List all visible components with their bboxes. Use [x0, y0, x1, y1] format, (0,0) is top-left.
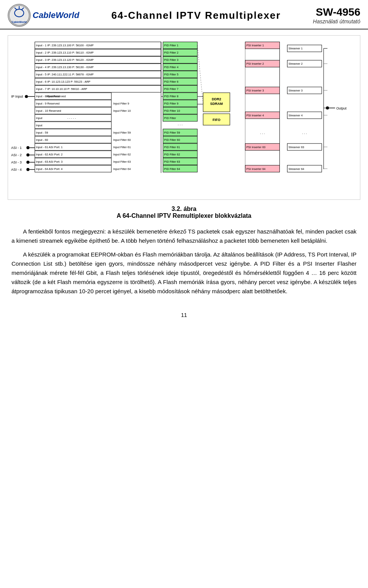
svg-text:Input Reserved: Input Reserved	[46, 95, 66, 98]
svg-text:PID Filter 64: PID Filter 64	[164, 167, 180, 171]
svg-text:PID Filter 3: PID Filter 3	[164, 58, 178, 62]
svg-text:SDRAM: SDRAM	[210, 102, 223, 106]
svg-text:Input Filter 60: Input Filter 60	[113, 138, 131, 142]
logo-area: CableWorld CableWorld	[8, 4, 79, 27]
svg-text:DDR2: DDR2	[212, 97, 221, 101]
svg-text:Streamer 3: Streamer 3	[288, 89, 302, 92]
svg-text:Input - 1   IP: 239.123.13.100: Input - 1 IP: 239.123.13.100 P: 58100 - …	[36, 44, 94, 47]
svg-text:Streamer 63: Streamer 63	[288, 145, 304, 149]
svg-text:PID Filter 2: PID Filter 2	[164, 51, 178, 54]
page-number: 11	[0, 304, 368, 326]
svg-text:Input: Input	[36, 116, 43, 120]
svg-text:ASI - 3: ASI - 3	[11, 160, 21, 164]
svg-text:PSI Inserter 4: PSI Inserter 4	[246, 114, 264, 117]
body-paragraph: A készülék a programokat EEPROM-okban és…	[12, 250, 356, 296]
block-diagram: IP Input Input - 1 IP: 239.123.13.100 P:…	[8, 35, 360, 200]
svg-text:Input Filter 62: Input Filter 62	[113, 153, 131, 156]
svg-text:Input - 7   IP: 10.10.10.10   : Input - 7 IP: 10.10.10.10 P: 59010 - ARP	[36, 87, 87, 91]
asi2-node	[26, 154, 30, 157]
svg-text:PID Filter 7: PID Filter 7	[164, 87, 178, 91]
svg-text:CableWorld: CableWorld	[12, 21, 27, 23]
svg-text:Input - 6   IP: 10.123.13.123 : Input - 6 IP: 10.123.13.123 P: 59123 - A…	[36, 80, 90, 83]
svg-text:PID Filter 1: PID Filter 1	[164, 44, 178, 47]
page-header: CableWorld CableWorld 64-Channel IPTV Re…	[0, 0, 368, 29]
svg-text:Streamer 64: Streamer 64	[288, 167, 304, 171]
svg-text:Input - 62   ASI     Port: 2: Input - 62 ASI Port: 2	[36, 153, 62, 156]
ip-input-node	[25, 95, 28, 98]
svg-text:PSI Inserter 64: PSI Inserter 64	[246, 167, 266, 171]
svg-text:PID Filter 5: PID Filter 5	[164, 73, 178, 76]
asi1-node	[26, 146, 30, 149]
svg-text:Input - 4   IP: 239.123.13.130: Input - 4 IP: 239.123.13.130 P: 58130 - …	[36, 65, 94, 69]
svg-text:Input - 64   ASI     Port: 4: Input - 64 ASI Port: 4	[36, 167, 62, 171]
svg-text:FIFO: FIFO	[213, 118, 220, 122]
svg-text:PSI Inserter 1: PSI Inserter 1	[246, 44, 264, 47]
input-row-12	[35, 122, 112, 129]
svg-text:PID Filter 6: PID Filter 6	[164, 80, 178, 83]
svg-text:PID Filter 10: PID Filter 10	[164, 109, 180, 113]
model-info: SW-4956 Használati útmutató	[313, 6, 360, 24]
svg-text:Input - 3   IP: 239.123.13.120: Input - 3 IP: 239.123.13.120 P: 58120 - …	[36, 58, 94, 62]
svg-text:Input - 61   ASI     Port: 1: Input - 61 ASI Port: 1	[36, 145, 62, 149]
svg-text:Streamer 1: Streamer 1	[288, 47, 302, 50]
svg-text:· · · · ·: · · · · ·	[67, 116, 76, 120]
brand-name: CableWorld	[33, 10, 79, 20]
svg-text:PID Filter 59: PID Filter 59	[164, 131, 180, 134]
svg-text:Input: Input	[36, 124, 43, 127]
svg-text:Input - 9    Reserved: Input - 9 Reserved	[36, 102, 59, 105]
svg-text:PSI Inserter 3: PSI Inserter 3	[246, 89, 264, 92]
svg-text:Input - 10   Reserved: Input - 10 Reserved	[36, 109, 61, 113]
svg-text:Input Filter 61: Input Filter 61	[113, 145, 131, 149]
svg-text:PID Filter 60: PID Filter 60	[164, 138, 180, 142]
main-text: A fentiekből fontos megjegyezni: a készü…	[0, 223, 368, 304]
svg-text:ASI - 4: ASI - 4	[11, 168, 21, 172]
svg-text:PSI Inserter 2: PSI Inserter 2	[246, 62, 264, 65]
svg-text:ASI - 1: ASI - 1	[11, 146, 21, 150]
svg-text:Input - 60: Input - 60	[36, 138, 48, 142]
intro-paragraph: A fentiekből fontos megjegyezni: a készü…	[12, 227, 356, 245]
svg-text:Input - 63   ASI     Port: 3: Input - 63 ASI Port: 3	[36, 160, 62, 163]
svg-text:Input Filter 10: Input Filter 10	[113, 109, 131, 113]
svg-text:PID Filter 4: PID Filter 4	[164, 65, 178, 69]
svg-text:Streamer 4: Streamer 4	[288, 114, 302, 117]
figure-caption: 3.2. ábra A 64-Channel IPTV Remultiplexe…	[0, 206, 368, 219]
svg-text:Input Filter  9: Input Filter 9	[113, 102, 129, 105]
svg-text:Streamer 2: Streamer 2	[288, 62, 302, 65]
svg-text:PID Filter 63: PID Filter 63	[164, 160, 180, 163]
diagram-svg: IP Input Input - 1 IP: 239.123.13.100 P:…	[8, 36, 360, 199]
svg-text:Input - 5   IP: 240.111.222.11: Input - 5 IP: 240.111.222.11 P: 58678 - …	[36, 73, 94, 76]
svg-text:Input Filter 59: Input Filter 59	[113, 131, 131, 134]
page-title: 64-Channel IPTV Remultiplexer	[79, 10, 313, 21]
logo-icon: CableWorld	[8, 4, 31, 27]
svg-text:Input Filter 64: Input Filter 64	[113, 167, 131, 171]
svg-text:· · ·: · · ·	[260, 132, 264, 136]
asi4-node	[26, 168, 30, 171]
svg-text:Input - 2   IP: 239.123.13.110: Input - 2 IP: 239.123.13.110 P: 58110 - …	[36, 51, 94, 54]
svg-text:PID Filter 9: PID Filter 9	[164, 102, 178, 105]
svg-text:PID Filter 62: PID Filter 62	[164, 153, 180, 156]
svg-text:PID Filter 61: PID Filter 61	[164, 145, 180, 149]
svg-text:ASI - 2: ASI - 2	[11, 153, 21, 157]
svg-text:Output: Output	[336, 106, 347, 110]
asi3-node	[26, 161, 30, 164]
svg-text:Input - 59: Input - 59	[36, 131, 48, 134]
svg-text:· · ·: · · ·	[302, 132, 307, 136]
svg-text:PSI Inserter 63: PSI Inserter 63	[246, 145, 266, 149]
svg-text:PID Filter: PID Filter	[164, 116, 176, 120]
svg-text:Input Filter 63: Input Filter 63	[113, 160, 131, 163]
svg-line-79	[197, 45, 203, 104]
svg-text:· · ·: · · ·	[178, 123, 182, 127]
svg-text:PID Filter 8: PID Filter 8	[164, 95, 178, 98]
ip-input-label: IP Input	[11, 95, 23, 98]
